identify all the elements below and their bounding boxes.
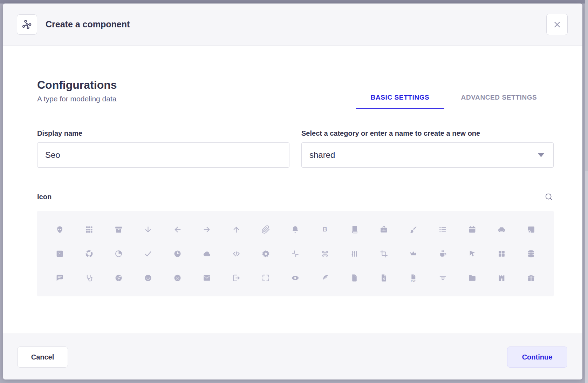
emotion-happy-icon[interactable] [133, 266, 163, 290]
icon-picker-grid: BPDF [37, 211, 554, 296]
attachment-icon[interactable] [251, 217, 281, 242]
file-pdf-icon[interactable]: PDF [398, 266, 428, 290]
category-select-value: shared [309, 150, 538, 160]
archive-icon[interactable] [104, 217, 133, 242]
category-label: Select a category or enter a name to cre… [301, 129, 554, 137]
gate-icon[interactable] [487, 266, 517, 290]
icon-label: Icon [37, 193, 52, 201]
icon-search-button[interactable] [544, 192, 554, 202]
feather-icon[interactable] [310, 266, 340, 290]
chevron-down-icon [538, 153, 544, 157]
envelope-icon[interactable] [192, 266, 222, 290]
form-row: Display name Select a category or enter … [37, 129, 554, 168]
cog-icon[interactable] [251, 242, 281, 266]
calendar-icon[interactable] [458, 217, 487, 242]
tab-basic-settings[interactable]: BASIC SETTINGS [356, 94, 444, 109]
category-field-group: Select a category or enter a name to cre… [301, 129, 554, 168]
briefcase-icon[interactable] [369, 217, 398, 242]
cast-icon[interactable] [517, 217, 546, 242]
icon-section-header: Icon [37, 192, 554, 202]
search-icon [544, 192, 554, 202]
folder-icon[interactable] [458, 266, 487, 290]
tab-advanced-settings[interactable]: ADVANCED SETTINGS [444, 94, 554, 109]
emotion-unhappy-icon[interactable] [163, 266, 192, 290]
book-icon[interactable] [340, 217, 369, 242]
collapse-icon[interactable] [281, 242, 310, 266]
cancel-button[interactable]: Cancel [17, 347, 68, 368]
file-error-icon[interactable] [369, 266, 398, 290]
modal-footer: Cancel Continue [3, 334, 582, 379]
modal-title: Create a component [46, 19, 546, 29]
apps-icon[interactable] [74, 217, 104, 242]
close-icon [553, 20, 561, 29]
category-select[interactable]: shared [301, 142, 554, 168]
section-head: Configurations A type for modeling data … [37, 78, 554, 109]
discuss-icon[interactable] [45, 266, 74, 290]
chart-circle-icon[interactable] [74, 242, 104, 266]
page-scrollbar-thumb[interactable] [585, 0, 588, 171]
modal-body: Configurations A type for modeling data … [3, 78, 582, 365]
bullet-list-icon[interactable] [428, 217, 458, 242]
cursor-icon[interactable] [458, 242, 487, 266]
arrow-left-icon[interactable] [163, 217, 192, 242]
arrow-up-icon[interactable] [222, 217, 251, 242]
earth-icon[interactable] [104, 266, 133, 290]
expand-icon[interactable] [251, 266, 281, 290]
exit-icon[interactable] [222, 266, 251, 290]
brush-icon[interactable] [398, 217, 428, 242]
chart-bubble-icon[interactable] [45, 242, 74, 266]
continue-button[interactable]: Continue [507, 347, 567, 368]
cloud-icon[interactable] [192, 242, 222, 266]
cup-icon[interactable] [428, 242, 458, 266]
clock-icon[interactable] [163, 242, 192, 266]
crown-icon[interactable] [398, 242, 428, 266]
dashboard-icon[interactable] [487, 242, 517, 266]
doctor-icon[interactable] [74, 266, 104, 290]
display-name-field-group: Display name [37, 129, 289, 168]
page-background-top [0, 0, 588, 4]
bell-icon[interactable] [281, 217, 310, 242]
alien-icon[interactable] [45, 217, 74, 242]
svg-text:PDF: PDF [411, 280, 416, 282]
modal-header: Create a component [3, 4, 582, 46]
bold-icon[interactable]: B [310, 217, 340, 242]
gift-icon[interactable] [517, 266, 546, 290]
database-icon[interactable] [517, 242, 546, 266]
component-icon [17, 14, 37, 35]
chart-pie-icon[interactable] [104, 242, 133, 266]
settings-tabs: BASIC SETTINGS ADVANCED SETTINGS [356, 94, 554, 109]
section-subtitle: A type for modeling data [37, 95, 117, 103]
svg-text:B: B [323, 226, 327, 233]
arrow-down-icon[interactable] [133, 217, 163, 242]
create-component-modal: Create a component Configurations A type… [3, 4, 582, 379]
eye-icon[interactable] [281, 266, 310, 290]
display-name-label: Display name [37, 129, 289, 137]
code-icon[interactable] [222, 242, 251, 266]
crop-icon[interactable] [369, 242, 398, 266]
filter-icon[interactable] [428, 266, 458, 290]
arrow-right-icon[interactable] [192, 217, 222, 242]
page-scrollbar[interactable] [585, 0, 588, 383]
display-name-input[interactable] [37, 142, 289, 168]
sliders-icon[interactable] [340, 242, 369, 266]
close-button[interactable] [546, 14, 568, 35]
check-icon[interactable] [133, 242, 163, 266]
car-icon[interactable] [487, 217, 517, 242]
file-icon[interactable] [340, 266, 369, 290]
command-icon[interactable] [310, 242, 340, 266]
section-title: Configurations [37, 78, 117, 92]
